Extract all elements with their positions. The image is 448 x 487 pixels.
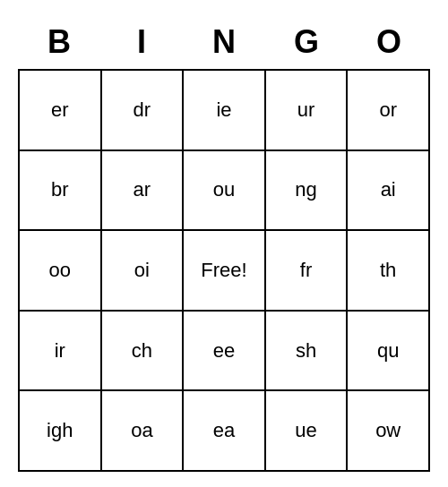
header-letter: I: [100, 15, 183, 69]
grid-cell-r1-c3: ng: [266, 151, 349, 232]
header-letter: O: [348, 15, 430, 69]
grid-cell-r0-c0: er: [20, 71, 102, 151]
grid-cell-r1-c0: br: [20, 151, 102, 232]
grid-cell-r0-c1: dr: [102, 71, 185, 151]
grid-cell-r2-c0: oo: [20, 231, 102, 312]
grid-cell-r3-c2: ee: [184, 312, 266, 392]
grid-cell-r4-c3: ue: [266, 391, 349, 472]
grid-cell-r3-c0: ir: [20, 312, 102, 392]
bingo-grid: erdrieurorbraroungaioooiFree!frthirchees…: [18, 69, 430, 472]
bingo-card: BINGO erdrieurorbraroungaioooiFree!frthi…: [18, 15, 430, 472]
grid-cell-r4-c4: ow: [348, 391, 430, 472]
grid-cell-r3-c1: ch: [102, 312, 185, 392]
header-letter: G: [265, 15, 348, 69]
grid-cell-r3-c3: sh: [266, 312, 349, 392]
grid-cell-r2-c2: Free!: [184, 231, 266, 312]
grid-cell-r1-c2: ou: [184, 151, 266, 232]
grid-cell-r0-c4: or: [348, 71, 430, 151]
grid-cell-r2-c4: th: [348, 231, 430, 312]
grid-cell-r4-c2: ea: [184, 391, 266, 472]
grid-cell-r0-c2: ie: [184, 71, 266, 151]
grid-cell-r1-c4: ai: [348, 151, 430, 232]
grid-cell-r0-c3: ur: [266, 71, 349, 151]
header-letter: N: [183, 15, 265, 69]
header-letter: B: [18, 15, 100, 69]
grid-cell-r4-c1: oa: [102, 391, 185, 472]
grid-cell-r2-c3: fr: [266, 231, 349, 312]
grid-cell-r1-c1: ar: [102, 151, 185, 232]
grid-cell-r3-c4: qu: [348, 312, 430, 392]
bingo-header: BINGO: [18, 15, 430, 69]
grid-cell-r4-c0: igh: [20, 391, 102, 472]
grid-cell-r2-c1: oi: [102, 231, 185, 312]
